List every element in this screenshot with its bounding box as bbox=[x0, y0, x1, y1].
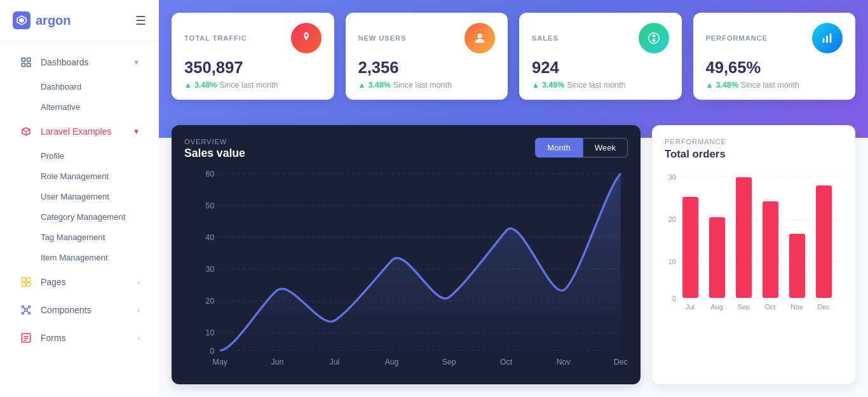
svg-text:20: 20 bbox=[668, 215, 676, 223]
sidebar-item-laravel-examples[interactable]: Laravel Examples ▼ bbox=[6, 118, 153, 145]
side-chart-title: Total orders bbox=[665, 148, 843, 161]
stat-card-sales: SALES 924 ▲ 3.48% Since last month bbox=[519, 13, 682, 100]
svg-line-15 bbox=[24, 307, 25, 309]
svg-point-12 bbox=[29, 306, 31, 307]
stat-label: TOTAL TRAFFIC bbox=[184, 34, 247, 42]
svg-line-16 bbox=[27, 307, 29, 309]
svg-text:30: 30 bbox=[206, 265, 215, 274]
chevron-right-icon-components: › bbox=[137, 306, 140, 314]
sidebar-item-label-pages: Pages bbox=[41, 277, 130, 287]
stat-pct: 3.48% bbox=[542, 81, 564, 90]
svg-text:Aug: Aug bbox=[384, 358, 398, 367]
main-line-chart-svg: 60 50 40 30 20 10 0 bbox=[184, 166, 628, 372]
overview-label: OVERVIEW bbox=[184, 138, 245, 145]
stat-value: 2,356 bbox=[358, 58, 496, 77]
svg-line-17 bbox=[24, 311, 25, 313]
svg-rect-25 bbox=[823, 38, 825, 43]
stat-change: ▲ 3.48% Since last month bbox=[532, 81, 669, 90]
bar-nov bbox=[789, 234, 805, 298]
sidebar-item-profile[interactable]: Profile bbox=[6, 146, 153, 166]
stat-card-header: SALES bbox=[532, 23, 669, 53]
bar-chart-area: 30 20 10 0 bbox=[665, 171, 843, 372]
stat-value: 350,897 bbox=[184, 58, 322, 77]
svg-rect-9 bbox=[27, 283, 31, 286]
svg-text:Jul: Jul bbox=[330, 358, 340, 367]
stat-card-header: TOTAL TRAFFIC bbox=[184, 23, 322, 53]
stat-change: ▲ 3.48% Since last month bbox=[706, 81, 843, 90]
logo[interactable]: argon bbox=[13, 11, 71, 29]
svg-marker-1 bbox=[19, 18, 24, 23]
svg-text:40: 40 bbox=[206, 233, 215, 242]
sidebar-item-alternative[interactable]: Alternative bbox=[6, 97, 153, 117]
svg-text:Dec: Dec bbox=[817, 303, 830, 311]
svg-text:Oct: Oct bbox=[764, 303, 775, 311]
up-arrow-icon: ▲ bbox=[532, 81, 539, 90]
sidebar-item-tag-management[interactable]: Tag Management bbox=[6, 227, 153, 247]
stat-pct: 3.48% bbox=[194, 81, 217, 90]
svg-rect-8 bbox=[22, 283, 25, 286]
svg-text:10: 10 bbox=[206, 328, 215, 337]
sidebar-item-role-management[interactable]: Role Management bbox=[6, 166, 153, 186]
performance-icon bbox=[812, 23, 843, 53]
svg-rect-3 bbox=[27, 58, 31, 61]
bar-dec bbox=[816, 185, 832, 298]
hamburger-button[interactable]: ☰ bbox=[135, 13, 146, 28]
svg-rect-5 bbox=[27, 64, 31, 67]
svg-point-11 bbox=[22, 306, 24, 307]
stat-pct: 3.48% bbox=[368, 81, 390, 90]
stat-since: Since last month bbox=[219, 81, 278, 90]
svg-line-18 bbox=[27, 311, 29, 313]
sidebar-item-label-laravel: Laravel Examples bbox=[41, 126, 125, 137]
stat-since: Since last month bbox=[393, 81, 452, 90]
sidebar-item-forms[interactable]: Forms › bbox=[6, 325, 153, 351]
chart-title: Sales value bbox=[184, 147, 245, 160]
sidebar-item-item-management[interactable]: Item Management bbox=[6, 248, 153, 267]
dashboard-icon bbox=[19, 55, 33, 69]
stat-since: Since last month bbox=[741, 81, 799, 90]
chevron-down-icon-laravel: ▼ bbox=[133, 128, 140, 135]
pages-icon bbox=[19, 275, 33, 289]
main-content: TOTAL TRAFFIC 350,897 ▲ 3.48% Since last… bbox=[159, 0, 868, 397]
svg-rect-2 bbox=[22, 58, 25, 61]
stat-card-header: PERFORMANCE bbox=[706, 23, 843, 53]
side-chart: PERFORMANCE Total orders 30 20 10 0 bbox=[652, 125, 855, 384]
stat-change: ▲ 3.48% Since last month bbox=[184, 81, 322, 90]
stat-value: 49,65% bbox=[706, 58, 843, 77]
stat-card-performance: PERFORMANCE 49,65% ▲ 3.48% Since last mo… bbox=[693, 13, 856, 100]
chevron-right-icon-pages: › bbox=[137, 278, 140, 286]
svg-rect-4 bbox=[22, 64, 25, 67]
svg-text:Sep: Sep bbox=[442, 358, 456, 367]
chart-meta: OVERVIEW Sales value bbox=[184, 138, 245, 160]
stat-card-total-traffic: TOTAL TRAFFIC 350,897 ▲ 3.48% Since last… bbox=[172, 13, 334, 100]
svg-text:50: 50 bbox=[206, 201, 215, 210]
svg-text:0: 0 bbox=[672, 295, 676, 302]
stat-card-header: NEW USERS bbox=[358, 23, 496, 53]
svg-rect-6 bbox=[22, 278, 25, 281]
svg-text:0: 0 bbox=[210, 347, 214, 356]
up-arrow-icon: ▲ bbox=[706, 81, 714, 90]
sidebar-item-pages[interactable]: Pages › bbox=[6, 269, 153, 295]
sidebar-item-dashboards[interactable]: Dashboards ▼ bbox=[6, 49, 153, 76]
users-icon bbox=[465, 23, 495, 53]
bar-oct bbox=[763, 201, 778, 298]
sidebar-item-components[interactable]: Components › bbox=[6, 297, 153, 323]
bar-chart-svg: 30 20 10 0 bbox=[665, 171, 843, 317]
btn-week[interactable]: Week bbox=[583, 138, 628, 158]
main-chart-svg-wrap: 60 50 40 30 20 10 0 bbox=[184, 166, 628, 372]
svg-text:60: 60 bbox=[206, 170, 215, 178]
svg-text:Jul: Jul bbox=[686, 303, 695, 311]
stat-since: Since last month bbox=[567, 81, 625, 90]
stat-card-new-users: NEW USERS 2,356 ▲ 3.48% Since last month bbox=[346, 13, 508, 100]
sidebar-item-label-components: Components bbox=[41, 305, 130, 315]
sidebar-item-category-management[interactable]: Category Management bbox=[6, 207, 153, 227]
components-icon bbox=[19, 303, 33, 317]
sidebar: argon ☰ Dashboards ▼ Dashboard Alternati… bbox=[0, 0, 159, 397]
sidebar-item-user-management[interactable]: User Management bbox=[6, 187, 153, 206]
btn-month[interactable]: Month bbox=[535, 138, 582, 158]
sidebar-item-dashboard[interactable]: Dashboard bbox=[6, 77, 153, 97]
chart-header: OVERVIEW Sales value Month Week bbox=[184, 138, 628, 160]
svg-text:Oct: Oct bbox=[500, 358, 513, 367]
charts-area: OVERVIEW Sales value Month Week bbox=[159, 112, 868, 397]
stat-pct: 3.48% bbox=[715, 81, 738, 90]
stat-label: NEW USERS bbox=[358, 34, 407, 42]
